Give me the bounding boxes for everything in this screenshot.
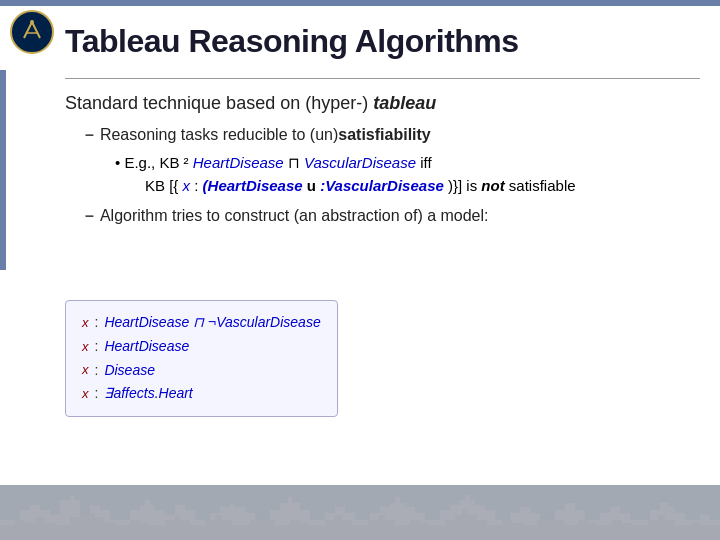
left-accent-bar	[0, 70, 6, 270]
heart-disease-1: HeartDisease	[193, 154, 284, 171]
satisfiable-text: satisfiable	[509, 177, 576, 194]
formula-row-4: x : ∃affects.Heart	[82, 382, 321, 406]
x-var-4: x	[82, 383, 89, 405]
colon-sep: :	[194, 177, 202, 194]
formula-text-3: Disease	[104, 359, 155, 383]
bracket-open: [{	[169, 177, 178, 194]
subtitle: Standard technique based on (hyper-) tab…	[65, 93, 700, 114]
top-accent-bar	[0, 0, 720, 6]
u-operator: u	[307, 177, 320, 194]
iff-text: iff	[420, 154, 431, 171]
operator-1: ⊓	[288, 154, 304, 171]
colon-4: :	[95, 382, 99, 406]
title-divider	[65, 78, 700, 79]
bottom-silhouette	[0, 485, 720, 540]
formula-box: x : HeartDisease ⊓ ¬VascularDisease x : …	[65, 300, 338, 417]
page-title: Tableau Reasoning Algorithms	[65, 23, 700, 60]
dash-item-1-text: Reasoning tasks reducible to (un)satisfi…	[100, 126, 431, 144]
kb2: KB	[145, 177, 169, 194]
formula-text-1: HeartDisease ⊓ ¬VascularDisease	[104, 311, 320, 335]
formula-row-1: x : HeartDisease ⊓ ¬VascularDisease	[82, 311, 321, 335]
dash1-bold: satisfiability	[338, 126, 430, 143]
dash1-prefix: Reasoning tasks reducible to (un)	[100, 126, 338, 143]
x-var-2: x	[82, 336, 89, 358]
formula-row-3: x : Disease	[82, 359, 321, 383]
heart-disease-2: (HeartDisease	[203, 177, 303, 194]
x-var-3: x	[82, 359, 89, 381]
x-var-1: x	[82, 312, 89, 334]
formula-text-4: ∃affects.Heart	[104, 382, 192, 406]
university-logo	[10, 10, 58, 58]
colon-2: :	[95, 335, 99, 359]
formula-row-2: x : HeartDisease	[82, 335, 321, 359]
x-colon: x	[183, 177, 191, 194]
bullet-dot: •	[115, 154, 124, 171]
bullet-item-2: – Algorithm tries to construct (an abstr…	[85, 207, 700, 225]
dash-item-1: – Reasoning tasks reducible to (un)satis…	[85, 126, 700, 144]
formula-text-2: HeartDisease	[104, 335, 189, 359]
subtitle-prefix: Standard technique based on (hyper-)	[65, 93, 373, 113]
vascular-disease-1: VascularDisease	[304, 154, 416, 171]
svg-point-1	[30, 20, 34, 24]
dash-symbol-1: –	[85, 126, 94, 144]
vascular-disease-2: :VascularDisease	[320, 177, 444, 194]
bullet-item-1: – Reasoning tasks reducible to (un)satis…	[85, 126, 700, 197]
colon-1: :	[95, 311, 99, 335]
sub-bullet-item: • E.g., KB ² HeartDisease ⊓ VascularDise…	[115, 152, 700, 197]
subtitle-highlight: tableau	[373, 93, 436, 113]
dash-item-2-text: Algorithm tries to construct (an abstrac…	[100, 207, 489, 225]
bracket-close: )}] is	[448, 177, 481, 194]
eg-prefix: E.g., KB ²	[124, 154, 192, 171]
dash-symbol-2: –	[85, 207, 94, 225]
colon-3: :	[95, 359, 99, 383]
not-word: not	[481, 177, 504, 194]
dash-item-2: – Algorithm tries to construct (an abstr…	[85, 207, 700, 225]
